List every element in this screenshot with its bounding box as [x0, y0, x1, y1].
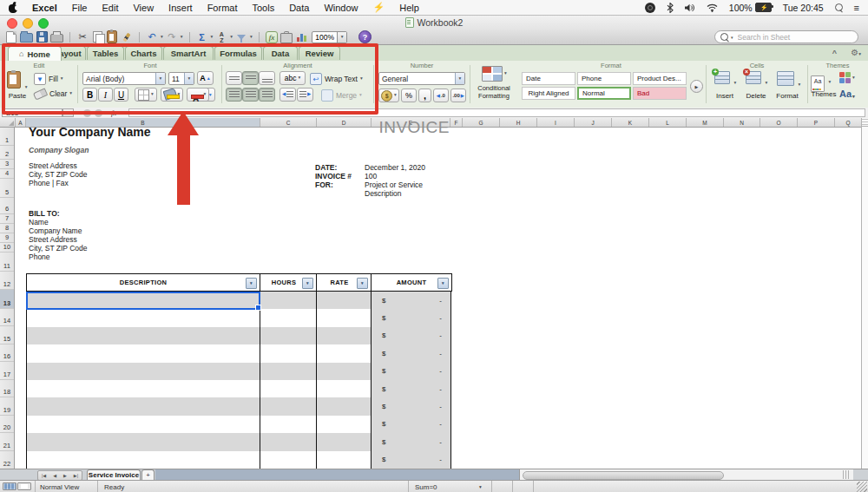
conditional-formatting-button[interactable]: ▾ Conditional Formatting	[473, 61, 515, 108]
align-center-button[interactable]	[242, 88, 259, 102]
row-header[interactable]: 20	[0, 416, 14, 433]
decrease-indent-button[interactable]: ◀	[279, 88, 296, 102]
rate-cell[interactable]	[317, 451, 372, 469]
fill-handle[interactable]	[255, 305, 261, 311]
row-header[interactable]: 22	[0, 451, 14, 469]
name-box[interactable]: B13	[2, 108, 62, 117]
menu-clock[interactable]: Tue 20:45	[783, 3, 824, 13]
zoom-control[interactable]: 100% ▾	[312, 31, 347, 43]
format-painter-icon[interactable]	[121, 31, 133, 43]
row-header[interactable]: 6	[0, 198, 14, 214]
cut-icon[interactable]: ✂	[76, 31, 89, 43]
style-bad[interactable]: Bad	[633, 87, 687, 100]
ribbon-gear-icon[interactable]: ⚙▾	[851, 48, 861, 57]
creative-cloud-icon[interactable]	[645, 3, 655, 13]
volume-icon[interactable]	[685, 3, 695, 12]
spotlight-icon[interactable]	[835, 3, 843, 11]
horizontal-split-handle[interactable]	[843, 470, 850, 479]
style-normal[interactable]: Normal	[577, 87, 631, 100]
menu-window[interactable]: Window	[324, 3, 358, 13]
menu-excel[interactable]: Excel	[32, 3, 57, 13]
row-header[interactable]: 21	[0, 433, 14, 451]
hours-filter-icon[interactable]: ▾	[302, 278, 313, 289]
prev-sheet-icon[interactable]: ◀	[53, 473, 56, 478]
row-header[interactable]: 5	[0, 179, 14, 198]
bill-to-line[interactable]: Name	[29, 218, 88, 226]
tab-review[interactable]: Review	[299, 46, 340, 60]
select-all-corner[interactable]	[0, 118, 16, 127]
grow-font-button[interactable]: A▲	[197, 71, 214, 85]
row-header[interactable]: 11	[0, 253, 14, 272]
apple-menu-icon[interactable]	[9, 3, 17, 13]
menu-format[interactable]: Format	[207, 3, 238, 13]
align-top-button[interactable]	[226, 71, 242, 85]
header-description[interactable]: DESCRIPTION ▾	[27, 274, 260, 291]
column-header[interactable]: O	[760, 118, 798, 127]
menu-help[interactable]: Help	[399, 3, 419, 13]
menu-view[interactable]: View	[133, 3, 154, 13]
rate-filter-icon[interactable]: ▾	[357, 278, 368, 289]
rate-cell[interactable]	[317, 416, 372, 433]
font-size-select[interactable]: 11 ▾	[168, 72, 194, 85]
bill-to-line[interactable]: City, ST ZIP Code	[29, 244, 88, 253]
resize-grip[interactable]	[857, 482, 867, 492]
amount-cell[interactable]: $ -	[372, 380, 451, 397]
decrease-decimal-button[interactable]: .00▶	[450, 89, 466, 102]
hours-cell[interactable]	[260, 380, 317, 397]
column-header[interactable]: Q	[835, 118, 861, 127]
fx-icon[interactable]: fx	[111, 108, 116, 117]
menu-data[interactable]: Data	[289, 3, 309, 13]
amount-cell[interactable]: $ -	[372, 363, 451, 380]
address-line[interactable]: Street Address	[29, 161, 88, 170]
column-header[interactable]: F	[450, 118, 463, 127]
redo-dropdown-icon[interactable]: ▾	[181, 35, 183, 40]
borders-button[interactable]: ▾	[135, 88, 157, 102]
horizontal-scrollbar[interactable]	[519, 469, 853, 480]
font-family-select[interactable]: Arial (Body) ▾	[82, 72, 166, 85]
rate-cell[interactable]	[317, 344, 372, 362]
align-bottom-button[interactable]	[259, 71, 275, 85]
sort-icon[interactable]: AZ	[215, 31, 227, 43]
row-headers[interactable]: 12345678910111213141516171819202122	[0, 128, 15, 469]
vertical-scrollbar[interactable]	[861, 118, 868, 469]
style-phone[interactable]: Phone	[577, 72, 631, 85]
hours-cell[interactable]	[260, 363, 317, 380]
notification-center-icon[interactable]: ≡	[854, 3, 859, 13]
row-header[interactable]: 18	[0, 380, 14, 397]
copy-icon[interactable]	[91, 31, 103, 43]
hours-cell[interactable]	[260, 397, 317, 415]
underline-button[interactable]: U	[114, 88, 128, 102]
fill-color-button[interactable]: ▾	[161, 88, 183, 102]
rate-cell[interactable]	[317, 433, 372, 450]
number-format-select[interactable]: General ▾	[378, 72, 465, 85]
row-header[interactable]: 3	[0, 160, 14, 169]
meta-value[interactable]: December 1, 2020	[365, 163, 425, 172]
align-middle-button[interactable]	[242, 71, 259, 85]
increase-indent-button[interactable]: ▶	[297, 88, 313, 102]
paste-icon[interactable]	[106, 31, 118, 43]
styles-more-button[interactable]: ▶	[690, 80, 703, 93]
description-cell[interactable]	[27, 380, 260, 397]
menu-tools[interactable]: Tools	[252, 3, 274, 13]
hours-cell[interactable]	[260, 451, 317, 469]
rate-cell[interactable]	[317, 309, 372, 326]
invoice-meta-labels[interactable]: DATE:INVOICE #FOR:	[315, 163, 352, 189]
description-cell[interactable]	[27, 327, 260, 344]
confirm-entry-icon[interactable]: ✓	[95, 109, 102, 117]
description-cell[interactable]	[27, 416, 260, 433]
autosum-dropdown-icon[interactable]: ▾	[211, 35, 214, 40]
name-box-dropdown[interactable]: ▾	[62, 108, 74, 117]
amount-cell[interactable]: $ -	[372, 451, 451, 469]
address-line[interactable]: Phone | Fax	[29, 179, 88, 187]
rate-cell[interactable]	[317, 380, 372, 397]
themes-button[interactable]: Aa ▾ Themes	[811, 71, 831, 92]
description-cell[interactable]	[27, 397, 260, 415]
amount-cell[interactable]: $ -	[372, 327, 451, 344]
row-header[interactable]: 13	[0, 290, 14, 309]
rate-cell[interactable]	[317, 327, 372, 344]
column-header[interactable]: P	[798, 118, 835, 127]
delete-cells-button[interactable]: × ▾ Delete	[741, 71, 771, 88]
battery-indicator[interactable]: 100% ⚡	[729, 3, 772, 13]
search-box[interactable]: ▾	[714, 30, 858, 43]
save-icon[interactable]	[36, 31, 48, 43]
